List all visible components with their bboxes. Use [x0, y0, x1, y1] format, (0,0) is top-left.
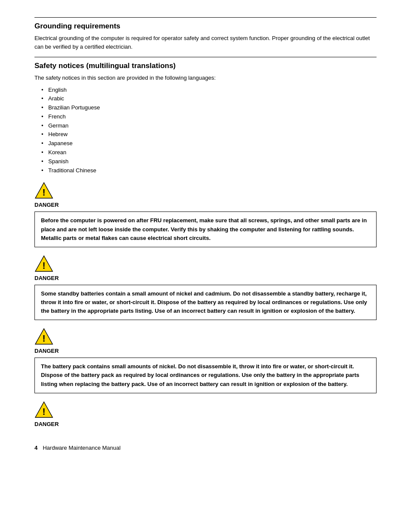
warning-icon-1: ! — [34, 182, 53, 199]
danger-box-2: Some standby batteries contain a small a… — [34, 285, 377, 320]
list-item: Hebrew — [43, 130, 377, 139]
warning-icon-4: ! — [34, 401, 53, 418]
list-item: Spanish — [43, 157, 377, 166]
grounding-title: Grounding requirements — [34, 22, 377, 31]
svg-text:!: ! — [42, 260, 45, 271]
danger-box-1: Before the computer is powered on after … — [34, 212, 377, 247]
danger-label-4: DANGER — [34, 421, 377, 427]
list-item: Traditional Chinese — [43, 166, 377, 175]
section-separator — [34, 57, 377, 57]
safety-intro: The safety notices in this section are p… — [34, 74, 377, 82]
safety-title: Safety notices (multilingual translation… — [34, 62, 377, 70]
svg-text:!: ! — [42, 333, 45, 344]
list-item: French — [43, 112, 377, 121]
list-item: Arabic — [43, 94, 377, 103]
danger-block-1: ! DANGER Before the computer is powered … — [34, 182, 377, 247]
danger-block-3: ! DANGER The battery pack contains small… — [34, 328, 377, 393]
page-number: 4 — [34, 445, 37, 451]
danger-label-2: DANGER — [34, 275, 377, 281]
language-list: English Arabic Brazilian Portuguese Fren… — [43, 86, 377, 175]
list-item: Brazilian Portuguese — [43, 103, 377, 112]
svg-text:!: ! — [42, 187, 45, 198]
grounding-section: Grounding requirements Electrical ground… — [34, 22, 377, 51]
list-item: Japanese — [43, 139, 377, 148]
warning-icon-3: ! — [34, 328, 53, 345]
danger-label-1: DANGER — [34, 202, 377, 208]
top-rule — [34, 17, 377, 18]
danger-box-3: The battery pack contains small amounts … — [34, 358, 377, 393]
safety-section: Safety notices (multilingual translation… — [34, 62, 377, 427]
danger-label-3: DANGER — [34, 348, 377, 354]
page-footer: 4 Hardware Maintenance Manual — [34, 445, 377, 451]
list-item: English — [43, 86, 377, 95]
svg-text:!: ! — [42, 406, 45, 417]
list-item: Korean — [43, 148, 377, 157]
document-title: Hardware Maintenance Manual — [43, 445, 121, 451]
danger-block-2: ! DANGER Some standby batteries contain … — [34, 255, 377, 320]
danger-block-4: ! DANGER — [34, 401, 377, 427]
grounding-body: Electrical grounding of the computer is … — [34, 34, 377, 51]
list-item: German — [43, 121, 377, 131]
warning-icon-2: ! — [34, 255, 53, 272]
